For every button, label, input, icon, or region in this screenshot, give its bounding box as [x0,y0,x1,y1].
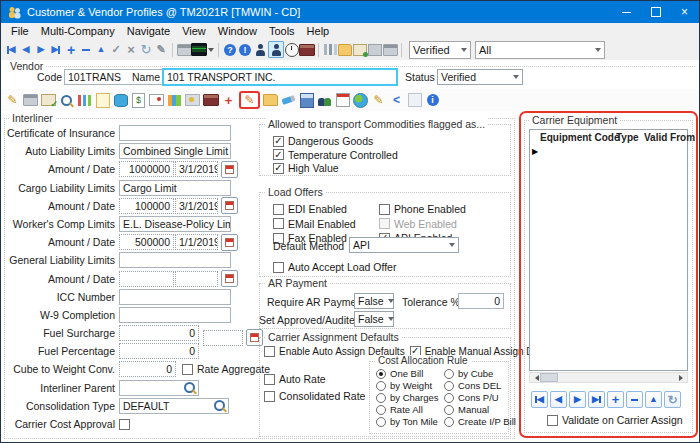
last-record-icon[interactable]: ▶ [49,42,63,57]
general-liability-date-field[interactable] [175,271,218,287]
manual-radio[interactable] [444,405,454,415]
rate-all-radio[interactable] [376,405,386,415]
carrier-equipment-grid[interactable]: Equipment Code Type Valid From ▶ [529,129,688,371]
equipment-last-button[interactable]: ▶ [588,391,605,408]
maximize-button[interactable] [641,1,670,23]
consolidated-rate-checkbox[interactable] [264,391,275,402]
auto-rate-checkbox[interactable] [264,374,275,385]
phone-enabled-checkbox[interactable] [379,204,390,215]
auto-liability-date-field[interactable]: 3/1/2019 [175,161,218,177]
email-enabled-checkbox[interactable] [273,218,284,229]
brush-icon[interactable] [281,93,296,107]
report-chart-icon[interactable] [323,42,337,57]
share-icon[interactable]: < [389,93,404,107]
by-weight-radio[interactable] [376,381,386,391]
scroll-right-icon[interactable] [677,373,687,382]
calculator-icon[interactable] [299,93,314,107]
status-filter-dropdown[interactable]: Verified [409,41,471,59]
commodity-icon[interactable] [113,93,128,107]
add-record-icon[interactable]: + [221,93,236,107]
auto-liability-amount-field[interactable]: 1000000 [119,161,174,177]
pen-icon[interactable]: ✎ [371,93,386,107]
auto-liability-limits-field[interactable]: Combined Single Limit (Ea Acci [119,143,231,159]
equipment-first-button[interactable]: ◀ [531,391,548,408]
equipment-previous-button[interactable]: ◀ [550,391,567,408]
minimize-button[interactable] [612,1,641,23]
equipment-next-button[interactable]: ▶ [569,391,586,408]
general-liability-amount-field[interactable] [119,271,174,287]
cons-del-radio[interactable] [444,381,454,391]
search-icon[interactable] [59,93,74,107]
cons-pu-radio[interactable] [444,393,454,403]
accept-icon[interactable]: ✓ [109,42,123,57]
lookup-button[interactable] [182,381,197,395]
mail-receive-icon[interactable] [353,42,367,57]
previous-record-icon[interactable]: ◀ [19,42,33,57]
attach-icon[interactable]: ✎ [154,42,168,57]
workers-comp-amount-field[interactable]: 500000 [119,234,174,250]
menu-view[interactable]: View [176,25,212,37]
help-icon[interactable]: ? [223,42,237,57]
dangerous-goods-checkbox[interactable] [273,136,284,147]
workers-comp-date-field[interactable]: 1/1/2019 [175,234,218,250]
edi-enabled-checkbox[interactable] [273,204,284,215]
org-chart-icon[interactable] [167,93,182,107]
first-record-icon[interactable]: ◀ [4,42,18,57]
icc-number-field[interactable] [119,289,231,305]
calendar-icon[interactable] [335,93,350,107]
auto-accept-load-offer-checkbox[interactable] [273,262,284,273]
scroll-left-icon[interactable] [530,373,540,382]
scrollbar-thumb[interactable] [540,373,558,382]
edit-icon[interactable]: ✎ [5,93,20,107]
general-liability-limits-field[interactable] [119,252,231,268]
delete-record-icon[interactable] [79,42,93,57]
billing-icon[interactable]: $ [131,93,146,107]
calendar-button[interactable] [221,270,238,287]
carrier-equipment-icon[interactable]: ✎ [242,93,257,107]
add-record-icon[interactable]: + [64,42,78,57]
mail-check-icon[interactable] [41,93,56,107]
menu-help[interactable]: Help [301,25,336,37]
status-dropdown[interactable]: Verified [437,69,523,85]
fuel-surcharge-field[interactable]: 0 [119,325,199,341]
equipment-delete-button[interactable] [626,391,643,408]
close-button[interactable]: × [670,1,699,23]
card-icon[interactable] [149,93,164,107]
contacts-icon[interactable] [317,93,332,107]
equipment-refresh-button[interactable]: ↻ [664,391,681,408]
print-icon[interactable] [23,93,38,107]
chart-icon[interactable] [77,93,92,107]
require-ar-payment-dropdown[interactable]: False [354,293,394,309]
menu-tools[interactable]: Tools [263,25,301,37]
by-cube-radio[interactable] [444,369,454,379]
menu-multi-company[interactable]: Multi-Company [35,25,121,37]
category-filter-dropdown[interactable]: All [475,41,605,59]
calendar-button[interactable] [221,161,238,178]
collapse-icon[interactable]: ▲ [94,42,108,57]
cube-to-weight-field[interactable]: 0 [119,361,176,377]
notes-icon[interactable] [95,93,110,107]
folder-icon[interactable] [338,42,352,57]
cancel-icon[interactable]: × [124,42,138,57]
one-bill-radio[interactable] [376,369,386,379]
lookup-button[interactable] [212,399,227,413]
name-field[interactable]: 101 TRANSPORT INC. [162,68,398,86]
next-record-icon[interactable]: ▶ [34,42,48,57]
validate-on-carrier-assign-checkbox[interactable] [547,415,558,426]
equipment-collapse-button[interactable]: ▲ [645,391,662,408]
print-list-icon[interactable] [383,42,397,57]
print-icon[interactable] [177,42,191,57]
menu-navigate[interactable]: Navigate [121,25,176,37]
by-charges-radio[interactable] [376,393,386,403]
mail-send-icon[interactable] [368,42,382,57]
history-icon[interactable] [285,42,299,57]
employee-icon[interactable] [253,42,267,57]
about-icon[interactable]: ! [238,42,252,57]
cargo-liability-amount-field[interactable]: 100000 [119,198,174,214]
set-approved-audited-dropdown[interactable]: False [354,311,394,327]
default-method-dropdown[interactable]: API [349,237,459,253]
by-ton-mile-radio[interactable] [376,417,386,427]
rate-aggregate-checkbox[interactable] [182,364,193,375]
fuel-percentage-field[interactable]: 0 [119,343,199,359]
screen-view-icon[interactable] [192,42,214,57]
